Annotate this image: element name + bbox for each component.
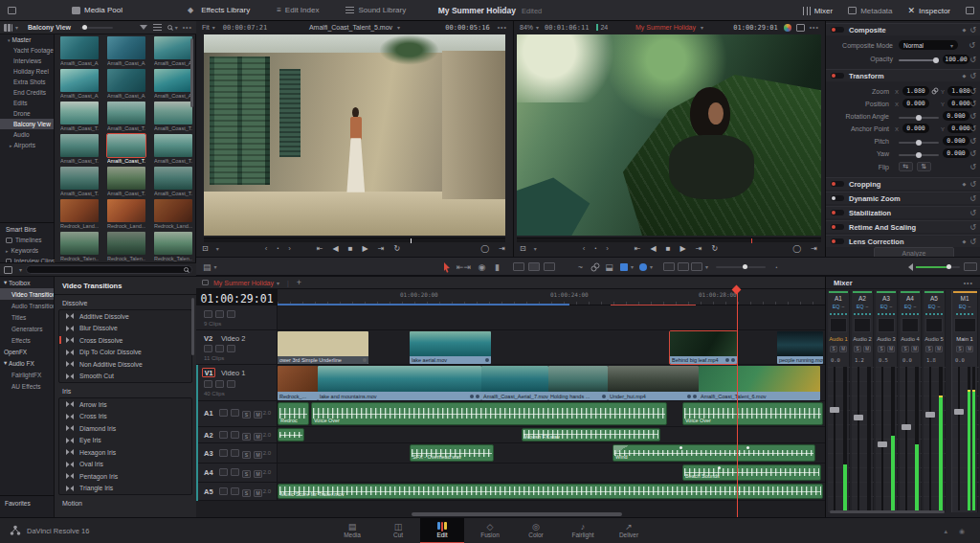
mute-button[interactable]: M	[966, 346, 973, 352]
audio-clip[interactable]: SFX - Overhead.wav	[410, 444, 494, 462]
clip-thumbnail[interactable]: Amalfi_Coast_A...	[60, 69, 99, 101]
snapping-icon[interactable]	[662, 260, 675, 273]
loop-button[interactable]: ↻	[393, 244, 400, 253]
stop-button[interactable]: ■	[666, 244, 671, 253]
bin-item-airports[interactable]: ▸Airports	[0, 140, 54, 150]
mute-button[interactable]: M	[839, 346, 847, 352]
clip-thumbnail[interactable]: Amalfi_Coast_T...	[60, 102, 99, 133]
transition-item[interactable]: Arrow Iris	[59, 398, 191, 411]
audio-clip[interactable]: Music Score for Trailer.mov	[278, 484, 823, 499]
pan-control[interactable]	[954, 318, 976, 332]
transition-item-favorite[interactable]: Cross Dissolve	[59, 334, 191, 347]
go-to-start-button[interactable]: ⇤	[635, 244, 641, 253]
clip-thumbnail[interactable]: Amalfi_Coast_A...	[154, 36, 192, 68]
mute-button[interactable]: M	[935, 346, 943, 352]
timeline-clip[interactable]: Amalfi_Coast_Aerial_7.mov	[481, 366, 548, 400]
composite-toggle[interactable]	[831, 27, 844, 33]
dynamic-trim-mode-icon[interactable]: ◉	[476, 260, 488, 273]
timeline-view-options-icon[interactable]: ▤▾	[203, 260, 217, 273]
transition-item[interactable]: Diamond Iris	[59, 422, 191, 435]
go-to-end-button[interactable]: ⇥	[378, 244, 385, 253]
overwrite-clip-icon[interactable]	[527, 260, 540, 273]
timeline-clip-title[interactable]: ower 3rd Simple Underline	[278, 331, 368, 364]
workspace-icon[interactable]	[8, 7, 16, 14]
composite-mode-select[interactable]: Normal▾	[899, 40, 958, 50]
chevron-down-icon[interactable]: ▾	[216, 245, 219, 252]
track-lane-a4[interactable]: Beach Sounds	[278, 464, 825, 482]
page-deliver[interactable]: ↗Deliver	[607, 518, 651, 543]
list-view-icon[interactable]	[153, 24, 162, 32]
filter-icon[interactable]	[140, 25, 147, 30]
transition-item[interactable]: Smooth Cut	[59, 371, 191, 383]
arm-icon[interactable]	[231, 431, 239, 439]
match-frame-icon[interactable]: ◯	[792, 244, 801, 253]
track-header-a1[interactable]: A1 SM 2.0	[196, 401, 278, 426]
timeline-clip[interactable]: lake and mountains.mov	[318, 366, 481, 400]
track-header-v1[interactable]: V1 Video 1 40 Clips	[196, 365, 278, 400]
search-icon[interactable]	[167, 25, 172, 30]
audio-clip[interactable]: Voice Over	[682, 402, 823, 425]
clip-thumbnail[interactable]: Redrock_Talen...	[60, 232, 99, 262]
viewer-scale[interactable]: Fit	[202, 24, 210, 31]
tree-effects[interactable]: Effects	[0, 334, 54, 346]
clip-thumbnail[interactable]: Redrock_Talen...	[107, 232, 145, 262]
clip-thumbnail[interactable]: Redrock_Talen...	[154, 232, 192, 262]
solo-button[interactable]: S	[242, 433, 251, 441]
arm-icon[interactable]	[231, 449, 239, 457]
clip-thumbnail-selected[interactable]: Amalfi_Coast_T...	[107, 134, 145, 166]
pan-control[interactable]	[854, 318, 871, 332]
transition-item[interactable]: Eye Iris	[59, 435, 191, 447]
fader-handle[interactable]	[954, 409, 964, 415]
reset-icon[interactable]: ↺	[969, 100, 976, 108]
tree-au-effects[interactable]: AU Effects	[0, 380, 54, 392]
selection-mode-icon[interactable]	[440, 260, 453, 273]
analyze-button[interactable]: Analyze	[874, 247, 954, 257]
tree-video-transitions[interactable]: Video Transitions	[0, 288, 54, 300]
clip-thumbnail[interactable]: Amalfi_Coast_A...	[60, 36, 99, 68]
zoom-x-value[interactable]: 1.080	[902, 86, 929, 96]
reset-icon[interactable]: ↺	[969, 72, 976, 80]
timeline-horizontal-scrollbar[interactable]	[412, 512, 622, 516]
opacity-value[interactable]: 100.00	[943, 55, 969, 64]
track-header-a2[interactable]: A2 SM 2.0	[196, 427, 278, 442]
reset-icon[interactable]: ↺	[969, 238, 976, 246]
go-to-start-button[interactable]: ⇤	[317, 244, 323, 253]
cropping-toggle[interactable]	[831, 181, 844, 187]
bin-item[interactable]: Holiday Reel	[0, 66, 54, 77]
timeline-clip[interactable]: lake aerial.mov	[410, 331, 491, 364]
clip-thumbnail[interactable]: Amalfi_Coast_T...	[60, 134, 99, 166]
control-panel-icon[interactable]	[964, 260, 977, 273]
more-options-icon[interactable]: •••	[964, 280, 973, 286]
tree-audio-fx[interactable]: ▾ Audio FX	[0, 357, 54, 369]
reset-icon[interactable]: ↺	[969, 26, 976, 34]
track-lane-v3[interactable]	[278, 305, 825, 329]
lock-icon[interactable]	[204, 345, 212, 352]
chevron-down-icon[interactable]: ▾	[536, 24, 539, 31]
mute-button[interactable]: M	[254, 470, 262, 478]
audio-clip[interactable]: Wind	[612, 444, 815, 462]
flag-clip-icon[interactable]: ▾	[620, 260, 634, 273]
auto-select-icon[interactable]	[215, 380, 224, 388]
opacity-slider[interactable]	[899, 59, 939, 61]
timeline-clip[interactable]: Amalfi_Coast_Talent_6.mov	[699, 366, 820, 400]
jog-dot-icon[interactable]: •	[594, 245, 596, 251]
lock-icon[interactable]	[219, 449, 228, 457]
tab-mixer[interactable]: Mixer	[803, 7, 834, 15]
transform-toggle[interactable]	[831, 73, 844, 79]
section-dynamic-zoom[interactable]: Dynamic Zoom ↺	[826, 192, 980, 204]
clip-thumbnail[interactable]: Redrock_Land...	[60, 199, 99, 231]
page-edit[interactable]: Edit	[420, 518, 464, 543]
section-stabilization[interactable]: Stabilization ↺	[826, 206, 980, 218]
stabilization-toggle[interactable]	[831, 210, 844, 215]
pitch-value[interactable]: 0.000	[943, 136, 969, 146]
solo-button[interactable]: S	[925, 346, 933, 352]
jog-right-icon[interactable]: ›	[606, 244, 609, 253]
reset-icon[interactable]: ↺	[969, 180, 976, 189]
pan-control[interactable]	[925, 318, 943, 332]
bin-item[interactable]: Yacht Footage	[0, 45, 54, 56]
stop-button[interactable]: ■	[348, 244, 353, 253]
transition-item[interactable]: Non Additive Dissolve	[59, 358, 191, 371]
play-reverse-button[interactable]: ◀	[651, 244, 657, 253]
tab-media-pool[interactable]: Media Pool	[72, 6, 122, 14]
pan-control[interactable]	[830, 318, 847, 332]
